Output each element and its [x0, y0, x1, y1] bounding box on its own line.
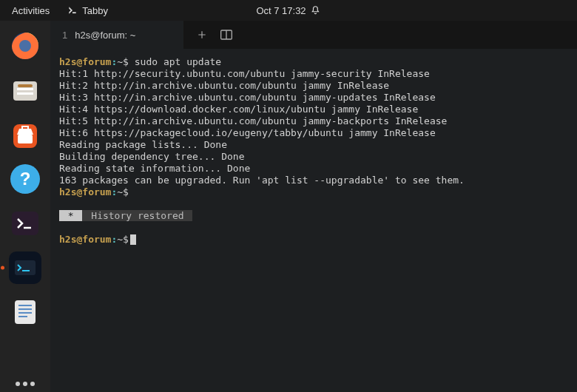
output-line: Hit:4 https://download.docker.com/linux/… — [59, 104, 568, 115]
prompt-path: ~ — [117, 56, 123, 67]
output-line: Hit:6 https://packagecloud.io/eugeny/tab… — [59, 127, 568, 139]
tab-index: 1 — [62, 30, 67, 41]
output-line: Building dependency tree... Done — [59, 151, 568, 163]
svg-rect-11 — [12, 212, 38, 235]
tabby-window: 1 h2s@forum: ~ h2s@forum:~$ sudo apt upd… — [50, 21, 577, 392]
svg-rect-14 — [15, 260, 36, 275]
tab-bar: 1 h2s@forum: ~ — [50, 21, 577, 49]
help-icon[interactable]: ? — [7, 161, 43, 197]
prompt-user: h2s@forum — [59, 186, 111, 197]
text-editor-icon[interactable] — [7, 294, 43, 330]
history-badge: * — [59, 210, 82, 221]
software-icon[interactable] — [7, 117, 43, 152]
show-apps-icon[interactable] — [16, 382, 35, 386]
svg-text:?: ? — [20, 169, 31, 189]
gnome-topbar: Activities Tabby Oct 7 17:32 — [0, 0, 577, 21]
svg-rect-5 — [17, 88, 33, 90]
history-restored-text: History restored — [82, 210, 192, 221]
tab-title: h2s@forum: ~ — [75, 30, 135, 41]
notification-bell-icon[interactable] — [311, 5, 321, 16]
terminal-tab-1[interactable]: 1 h2s@forum: ~ — [50, 21, 183, 49]
output-line: Hit:3 http://in.archive.ubuntu.com/ubunt… — [59, 92, 568, 104]
terminal-view[interactable]: h2s@forum:~$ sudo apt updateHit:1 http:/… — [50, 49, 577, 392]
svg-rect-4 — [18, 84, 33, 87]
split-pane-button[interactable] — [220, 30, 232, 40]
firefox-icon[interactable] — [7, 28, 43, 64]
terminal-cursor — [130, 234, 136, 245]
output-line: Hit:2 http://in.archive.ubuntu.com/ubunt… — [59, 80, 568, 92]
prompt-dollar: $ — [123, 234, 129, 245]
svg-rect-3 — [13, 81, 37, 101]
tabby-icon[interactable] — [7, 250, 43, 285]
terminal-icon[interactable] — [7, 206, 43, 241]
command-1: sudo apt update — [129, 56, 221, 67]
prompt-path: ~ — [117, 234, 123, 245]
prompt-path: ~ — [117, 186, 123, 197]
new-tab-button[interactable] — [197, 30, 207, 40]
tab-actions — [183, 21, 577, 49]
clock[interactable]: Oct 7 17:32 — [256, 5, 306, 16]
app-name: Tabby — [82, 5, 108, 16]
prompt-dollar: $ — [123, 186, 129, 197]
tabby-chevron-icon — [67, 5, 78, 16]
svg-rect-6 — [17, 92, 33, 95]
files-icon[interactable] — [7, 72, 43, 108]
svg-point-2 — [19, 40, 31, 52]
output-line: Reading state information... Done — [59, 163, 568, 175]
prompt-user: h2s@forum — [59, 234, 111, 245]
activities-button[interactable]: Activities — [6, 4, 55, 18]
output-line: 163 packages can be upgraded. Run 'apt l… — [59, 175, 568, 186]
svg-rect-8 — [18, 135, 33, 143]
app-menu[interactable]: Tabby — [67, 5, 108, 16]
output-line: Hit:1 http://security.ubuntu.com/ubuntu … — [59, 68, 568, 80]
ubuntu-dock: ? — [0, 21, 50, 392]
prompt-dollar: $ — [123, 56, 129, 67]
output-line: Hit:5 http://in.archive.ubuntu.com/ubunt… — [59, 115, 568, 127]
output-line: Reading package lists... Done — [59, 139, 568, 151]
prompt-user: h2s@forum — [59, 56, 111, 67]
svg-rect-0 — [72, 12, 76, 13]
